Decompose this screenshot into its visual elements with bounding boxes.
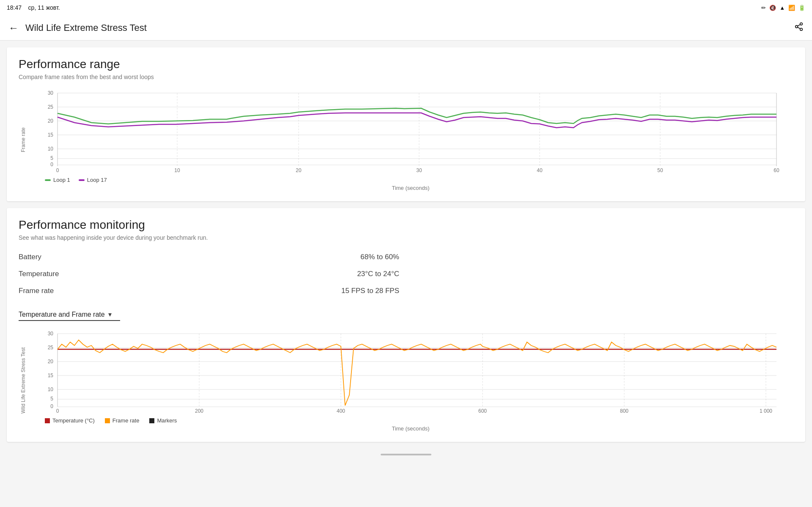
svg-point-2 xyxy=(800,28,803,31)
legend-markers-label: Markers xyxy=(157,417,177,424)
svg-text:25: 25 xyxy=(48,104,54,110)
framerate-value: 15 FPS to 28 FPS xyxy=(209,283,399,299)
svg-point-1 xyxy=(796,25,798,28)
edit-icon: ✏ xyxy=(761,5,766,11)
legend-temperature: Temperature (°C) xyxy=(45,417,95,424)
svg-text:10: 10 xyxy=(48,146,54,152)
legend-temperature-color xyxy=(45,418,50,423)
monitoring-y-label: Wild Life Extreme Stress Test xyxy=(19,329,28,432)
legend-loop1-color xyxy=(45,179,51,181)
status-date: ср, 11 жовт. xyxy=(28,4,60,11)
svg-text:0: 0 xyxy=(56,408,59,414)
status-bar: 18:47 ср, 11 жовт. ✏ 🔇 ▲ 📶 🔋 xyxy=(0,0,812,15)
svg-text:0: 0 xyxy=(50,162,53,167)
performance-range-card: Performance range Compare frame rates fr… xyxy=(7,47,805,201)
framerate-label: Frame rate xyxy=(19,283,209,299)
chart-type-dropdown[interactable]: Temperature and Frame rate ▾ xyxy=(19,310,120,321)
signal-icon: 📶 xyxy=(788,5,795,11)
legend-framerate-color xyxy=(105,418,110,423)
status-time: 18:47 xyxy=(7,4,22,11)
wifi-icon: ▲ xyxy=(779,5,785,11)
legend-loop1-label: Loop 1 xyxy=(53,177,70,183)
temperature-value: 23°C to 24°C xyxy=(209,266,399,282)
monitoring-svg: 30 25 20 15 10 5 0 xyxy=(28,329,793,414)
legend-loop17-color xyxy=(79,179,85,181)
svg-text:400: 400 xyxy=(337,408,345,414)
perf-range-y-axis-label: Frame rate xyxy=(19,89,28,191)
svg-text:0: 0 xyxy=(56,167,59,173)
svg-text:60: 60 xyxy=(774,167,779,173)
svg-text:5: 5 xyxy=(50,155,53,161)
svg-text:15: 15 xyxy=(48,373,54,378)
svg-text:200: 200 xyxy=(195,408,203,414)
battery-label: Battery xyxy=(19,249,209,265)
perf-monitoring-metrics: Battery 68% to 60% Temperature 23°C to 2… xyxy=(19,249,399,299)
status-icons: ✏ 🔇 ▲ 📶 🔋 xyxy=(761,5,805,11)
legend-loop1: Loop 1 xyxy=(45,177,70,183)
svg-text:1 000: 1 000 xyxy=(760,408,772,414)
svg-text:0: 0 xyxy=(50,403,53,409)
perf-monitoring-subtitle: See what was happening inside your devic… xyxy=(19,234,793,241)
svg-text:600: 600 xyxy=(478,408,487,414)
svg-text:10: 10 xyxy=(48,386,54,392)
svg-text:20: 20 xyxy=(48,359,54,364)
monitoring-chart-legend: Temperature (°C) Frame rate Markers xyxy=(45,417,793,424)
perf-range-title: Performance range xyxy=(19,58,793,71)
legend-loop17: Loop 17 xyxy=(79,177,107,183)
back-button[interactable]: ← xyxy=(8,22,19,34)
svg-text:20: 20 xyxy=(296,167,302,173)
svg-text:30: 30 xyxy=(48,90,54,96)
svg-text:15: 15 xyxy=(48,132,54,138)
monitoring-x-label: Time (seconds) xyxy=(28,425,793,432)
battery-value: 68% to 60% xyxy=(209,249,399,265)
svg-point-0 xyxy=(800,23,803,25)
svg-text:30: 30 xyxy=(416,167,422,173)
svg-text:40: 40 xyxy=(537,167,543,173)
perf-range-subtitle: Compare frame rates from the best and wo… xyxy=(19,74,793,80)
share-button[interactable] xyxy=(794,22,804,33)
perf-range-legend: Loop 1 Loop 17 xyxy=(45,177,793,183)
svg-text:25: 25 xyxy=(48,345,54,351)
svg-text:50: 50 xyxy=(657,167,663,173)
legend-markers-color xyxy=(149,418,154,423)
perf-range-x-label: Time (seconds) xyxy=(28,185,793,191)
svg-text:10: 10 xyxy=(174,167,180,173)
perf-range-chart-area: 30 25 20 15 10 5 0 0 xyxy=(28,89,793,191)
legend-framerate-label: Frame rate xyxy=(112,417,140,424)
scroll-bar-indicator xyxy=(381,454,431,455)
monitoring-chart-inner: Wild Life Extreme Stress Test 30 xyxy=(19,329,793,432)
monitoring-chart: Wild Life Extreme Stress Test 30 xyxy=(19,329,793,432)
dropdown-arrow-icon: ▾ xyxy=(108,310,112,318)
perf-range-chart: Frame rate 30 25 20 15 10 xyxy=(19,89,793,191)
battery-icon: 🔋 xyxy=(798,5,805,11)
svg-line-3 xyxy=(798,27,800,29)
legend-framerate: Frame rate xyxy=(105,417,140,424)
svg-text:5: 5 xyxy=(50,396,53,402)
mute-icon: 🔇 xyxy=(769,5,776,11)
performance-monitoring-card: Performance monitoring See what was happ… xyxy=(7,208,805,442)
svg-line-4 xyxy=(798,25,800,26)
scroll-hint xyxy=(0,450,812,459)
legend-temperature-label: Temperature (°C) xyxy=(52,417,95,424)
dropdown-label: Temperature and Frame rate xyxy=(19,311,105,318)
perf-monitoring-title: Performance monitoring xyxy=(19,218,793,232)
svg-text:20: 20 xyxy=(48,118,54,124)
svg-text:800: 800 xyxy=(620,408,628,414)
legend-markers: Markers xyxy=(149,417,177,424)
temperature-label: Temperature xyxy=(19,266,209,282)
main-content: Performance range Compare frame rates fr… xyxy=(0,41,812,449)
app-bar: ← Wild Life Extreme Stress Test xyxy=(0,15,812,41)
status-time-date: 18:47 ср, 11 жовт. xyxy=(7,4,60,11)
perf-range-svg: 30 25 20 15 10 5 0 0 xyxy=(28,89,793,173)
svg-text:30: 30 xyxy=(48,331,54,337)
app-title: Wild Life Extreme Stress Test xyxy=(25,22,147,33)
app-bar-left: ← Wild Life Extreme Stress Test xyxy=(8,22,147,34)
monitoring-chart-area: 30 25 20 15 10 5 0 xyxy=(28,329,793,432)
legend-loop17-label: Loop 17 xyxy=(87,177,107,183)
